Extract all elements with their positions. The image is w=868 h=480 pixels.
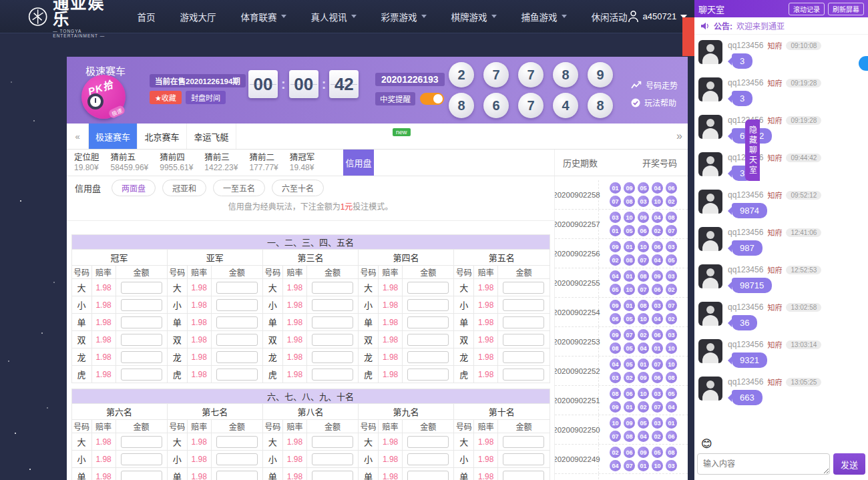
bet-amount-input[interactable] (407, 453, 449, 465)
send-button[interactable]: 发送 (833, 453, 865, 475)
bet-amount-input[interactable] (407, 436, 449, 448)
bet-category-4[interactable]: 猜前二177.77¥ (249, 152, 278, 173)
bet-amount-input[interactable] (312, 471, 353, 480)
bet-amount-input[interactable] (503, 369, 544, 381)
bet-amount-input[interactable] (121, 299, 162, 311)
emoji-button[interactable]: 😊 (701, 437, 712, 450)
bet-group-header-row: 冠军亚军第三名第四名第五名 (71, 250, 550, 266)
odds-value: 1.98 (379, 314, 403, 331)
refresh-screen-button[interactable]: 刷新屏幕 (828, 3, 864, 15)
bet-amount-input[interactable] (407, 369, 449, 381)
odds-value: 1.98 (282, 314, 306, 331)
nav-item-3[interactable]: 真人视讯 (311, 10, 357, 23)
brand-logo[interactable]: 通亚娱乐 — TONGYA ENTERTAINMENT — (28, 0, 108, 38)
bet-amount-input[interactable] (216, 453, 258, 465)
nav-item-0[interactable]: 首页 (138, 10, 156, 23)
bet-row: 虎1.98虎1.98虎1.98虎1.98虎1.98 (71, 366, 550, 383)
bet-option-label: 大 (167, 279, 187, 296)
bet-option-label: 大 (359, 279, 379, 296)
bet-amount-input[interactable] (216, 436, 258, 448)
bet-amount-input[interactable] (503, 316, 544, 328)
bet-amount-input[interactable] (312, 282, 353, 294)
user-menu[interactable]: a450721 (628, 10, 688, 23)
bet-amount-input[interactable] (216, 316, 258, 328)
scroll-record-button[interactable]: 滚动记录 (789, 3, 825, 15)
bet-amount-input[interactable] (121, 316, 162, 328)
bet-subheader-row: 号码赔率金额号码赔率金额号码赔率金额号码赔率金额号码赔率金额 (71, 420, 550, 433)
bet-amount-input[interactable] (121, 436, 162, 448)
bet-amount-input[interactable] (121, 334, 162, 346)
credit-panel-tab[interactable]: 信用盘 (343, 150, 374, 176)
game-tab-1[interactable]: 北京赛车 (138, 124, 187, 149)
credit-pill-1[interactable]: 冠亚和 (162, 180, 206, 196)
nav-item-5[interactable]: 棋牌游戏 (451, 10, 497, 23)
nav-item-6[interactable]: 捕鱼游戏 (521, 10, 567, 23)
credit-pill-0[interactable]: 两面盘 (112, 180, 156, 196)
bet-amount-input[interactable] (503, 436, 544, 448)
nav-item-4[interactable]: 彩票游戏 (381, 10, 427, 23)
close-time-button[interactable]: 封盘时间 (186, 91, 226, 104)
bet-amount-input[interactable] (407, 299, 449, 311)
partially-hidden-button[interactable] (682, 17, 694, 56)
bet-category-5[interactable]: 猜冠军19.48¥ (290, 152, 315, 173)
hide-chat-tab[interactable]: 隐藏聊天室 (745, 119, 760, 181)
top-navbar: 通亚娱乐 — TONGYA ENTERTAINMENT — 首页游戏大厅体育联赛… (0, 0, 694, 33)
game-tab-2[interactable]: 幸运飞艇 (187, 124, 236, 149)
bet-amount-input[interactable] (121, 282, 162, 294)
bet-amount-input[interactable] (121, 351, 162, 363)
history-ball: 03 (666, 241, 677, 252)
bet-amount-cell (116, 468, 167, 480)
bet-amount-input[interactable] (216, 299, 258, 311)
history-ball: 10 (638, 388, 649, 399)
game-tab-0[interactable]: 极速赛车 (88, 124, 138, 149)
win-alert-toggle[interactable] (420, 93, 444, 105)
bet-amount-input[interactable] (503, 299, 544, 311)
bet-amount-input[interactable] (407, 316, 449, 328)
bet-amount-input[interactable] (216, 351, 258, 363)
nav-item-2[interactable]: 体育联赛 (241, 10, 286, 23)
pk10-logo-sub: 极速 (107, 105, 126, 119)
number-trend-link[interactable]: 号码走势 (631, 79, 684, 91)
nav-item-1[interactable]: 游戏大厅 (180, 10, 216, 23)
bet-category-1[interactable]: 猜前五58459.96¥ (111, 152, 149, 173)
bet-amount-input[interactable] (503, 282, 544, 294)
bet-amount-input[interactable] (312, 453, 353, 465)
bet-amount-input[interactable] (503, 453, 544, 465)
bet-amount-input[interactable] (503, 334, 544, 346)
chevron-down-icon (281, 15, 286, 18)
bet-amount-input[interactable] (407, 351, 449, 363)
favorite-button[interactable]: ★收藏 (150, 91, 182, 104)
bet-category-0[interactable]: 定位胆19.80¥ (74, 152, 99, 173)
bet-amount-input[interactable] (312, 334, 353, 346)
tabs-next-arrow[interactable]: » (676, 124, 682, 149)
chat-input[interactable] (697, 453, 830, 475)
bet-amount-input[interactable] (216, 282, 258, 294)
bet-subheader: 号码 (71, 420, 91, 433)
bet-amount-input[interactable] (121, 471, 162, 480)
bet-amount-input[interactable] (503, 471, 544, 480)
bet-amount-input[interactable] (407, 282, 449, 294)
bet-amount-input[interactable] (407, 334, 449, 346)
bet-row: 小1.98小1.98小1.98小1.98小1.98 (71, 296, 550, 314)
bet-option-label: 龙 (359, 348, 379, 366)
credit-pill-3[interactable]: 六至十名 (272, 180, 324, 196)
bet-amount-input[interactable] (312, 351, 353, 363)
bet-amount-input[interactable] (312, 369, 353, 381)
bet-amount-input[interactable] (121, 453, 162, 465)
bet-category-3[interactable]: 猜前三1422.23¥ (204, 152, 238, 173)
bet-amount-input[interactable] (121, 369, 162, 381)
bet-amount-input[interactable] (407, 471, 449, 480)
nav-item-7[interactable]: 休闲活动 (592, 10, 628, 23)
bet-amount-input[interactable] (312, 436, 353, 448)
tabs-prev-arrow[interactable]: « (67, 124, 88, 149)
bet-amount-input[interactable] (216, 471, 258, 480)
bet-category-2[interactable]: 猜前四9955.61¥ (160, 152, 193, 173)
bet-amount-input[interactable] (312, 316, 353, 328)
play-help-link[interactable]: 玩法帮助 (631, 97, 684, 108)
credit-pill-2[interactable]: 一至五名 (213, 180, 265, 196)
bet-amount-input[interactable] (503, 351, 544, 363)
odds-value: 1.98 (474, 348, 498, 366)
bet-amount-input[interactable] (216, 369, 258, 381)
bet-amount-input[interactable] (216, 334, 258, 346)
bet-amount-input[interactable] (312, 299, 353, 311)
